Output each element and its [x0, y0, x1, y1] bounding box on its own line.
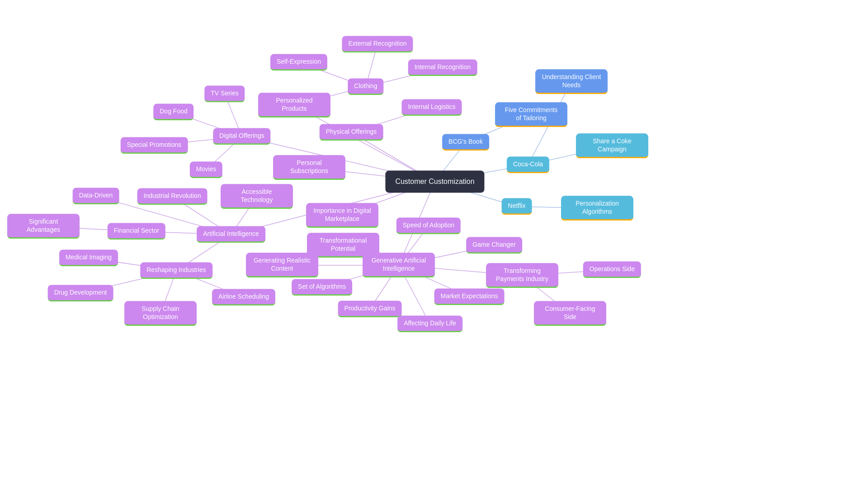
- node-self-expression: Self-Expression: [270, 54, 327, 70]
- node-drug-development: Drug Development: [48, 285, 113, 301]
- node-speed-of-adoption: Speed of Adoption: [396, 217, 461, 234]
- node-financial-sector: Financial Sector: [108, 223, 165, 239]
- node-market-expectations: Market Expectations: [434, 288, 505, 305]
- node-special-promotions: Special Promotions: [121, 137, 188, 154]
- node-consumer-facing: Consumer-Facing Side: [534, 301, 606, 326]
- node-personal-subscriptions: Personal Subscriptions: [273, 155, 345, 180]
- node-five-commitments: Five Commitments of Tailoring: [495, 102, 567, 127]
- node-clothing: Clothing: [348, 78, 383, 95]
- node-internal-recognition: Internal Recognition: [408, 59, 477, 76]
- node-generating-realistic: Generating Realistic Content: [246, 253, 318, 277]
- node-coca-cola: Coca-Cola: [507, 156, 549, 173]
- node-tv-series: TV Series: [204, 85, 245, 102]
- center-node: Customer Customization: [385, 171, 484, 193]
- node-medical-imaging: Medical Imaging: [59, 249, 118, 266]
- node-netflix: Netflix: [502, 198, 532, 215]
- node-affecting-daily-life: Affecting Daily Life: [397, 315, 462, 332]
- node-significant-advantages: Significant Advantages: [7, 214, 80, 239]
- node-generative-ai: Generative Artificial Intelligence: [363, 253, 435, 277]
- node-industrial-revolution: Industrial Revolution: [137, 188, 208, 205]
- node-importance-digital: Importance in Digital Marketplace: [306, 203, 378, 228]
- node-understanding-client: Understanding Client Needs: [535, 69, 608, 94]
- node-data-driven: Data-Driven: [73, 188, 119, 204]
- node-accessible-technology: Accessible Technology: [221, 184, 293, 209]
- node-physical-offerings: Physical Offerings: [320, 124, 383, 141]
- node-supply-chain: Supply Chain Optimization: [124, 301, 197, 326]
- node-movies: Movies: [190, 161, 222, 178]
- node-digital-offerings: Digital Offerings: [213, 128, 270, 145]
- node-transforming-payments: Transforming Payments Industry: [486, 263, 558, 288]
- node-personalized-products: Personalized Products: [258, 93, 330, 117]
- node-reshaping-industries: Reshaping Industries: [140, 262, 212, 279]
- node-artificial-intelligence: Artificial Intelligence: [197, 226, 265, 243]
- node-share-a-coke: Share a Coke Campaign: [576, 133, 648, 158]
- node-productivity-gains: Productivity Gains: [338, 300, 402, 317]
- node-airline-scheduling: Airline Scheduling: [212, 289, 275, 305]
- node-set-of-algorithms: Set of Algorithms: [292, 279, 352, 296]
- node-personalization-algorithms: Personalization Algorithms: [561, 196, 633, 221]
- node-operations-side: Operations Side: [583, 261, 641, 278]
- node-internal-logistics: Internal Logistics: [401, 99, 462, 116]
- node-game-changer: Game Changer: [466, 237, 522, 253]
- node-external-recognition: External Recognition: [342, 36, 413, 52]
- node-dog-food: Dog Food: [153, 103, 193, 120]
- node-bcgs-book: BCG's Book: [442, 134, 489, 150]
